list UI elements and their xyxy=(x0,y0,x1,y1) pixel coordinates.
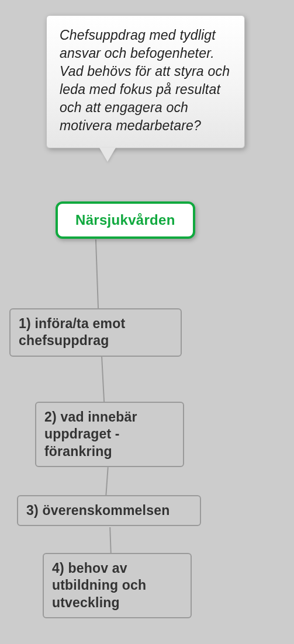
connector-step3-step4 xyxy=(109,527,112,554)
step-1-box: 1) införa/ta emot chefsuppdrag xyxy=(9,308,182,357)
callout-text: Chefsuppdrag med tydligt ansvar och befo… xyxy=(60,26,231,135)
step-3-label: 3) överenskommelsen xyxy=(26,502,192,519)
callout-box: Chefsuppdrag med tydligt ansvar och befo… xyxy=(46,15,245,148)
step-1-label: 1) införa/ta emot chefsuppdrag xyxy=(19,315,172,350)
step-3-box: 3) överenskommelsen xyxy=(17,495,201,526)
root-node: Närsjukvården xyxy=(56,201,195,239)
step-2-box: 2) vad innebär uppdraget - förankring xyxy=(35,402,184,467)
root-node-label: Närsjukvården xyxy=(75,212,175,228)
connector-step2-step3 xyxy=(105,467,108,496)
step-4-box: 4) behov av utbildning och utveckling xyxy=(43,553,192,618)
connector-step1-step2 xyxy=(101,353,105,403)
connector-root-step1 xyxy=(95,239,99,309)
step-2-label: 2) vad innebär uppdraget - förankring xyxy=(44,409,175,460)
step-4-label: 4) behov av utbildning och utveckling xyxy=(52,560,182,611)
